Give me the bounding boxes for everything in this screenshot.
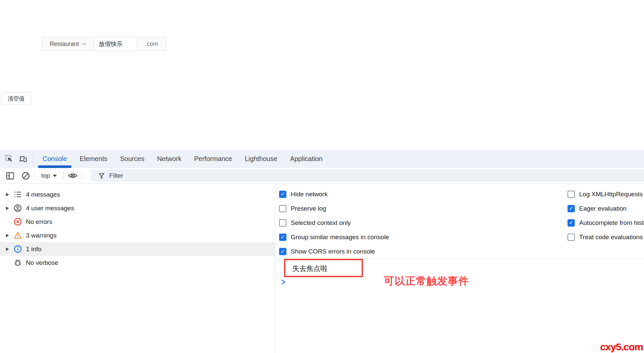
caret-down-icon [53,175,57,177]
bug-icon [14,259,22,267]
tab-network[interactable]: Network [151,150,188,168]
setting-hide-network[interactable]: Hide network [279,187,389,201]
tab-performance[interactable]: Performance [188,150,239,168]
setting-log-xhr[interactable]: Log XMLHttpRequests [567,187,644,201]
tab-lighthouse[interactable]: Lighthouse [239,150,284,168]
sidebar-item-verbose[interactable]: No verbose [0,256,275,269]
checkbox [279,191,286,198]
checkbox [279,219,286,227]
list-icon [14,190,22,199]
live-expression-eye-icon[interactable] [68,172,78,179]
setting-preserve-log[interactable]: Preserve log [279,201,389,216]
sidebar-item-label: 3 warnings [26,232,57,239]
expand-caret-icon [6,248,9,251]
checkbox [567,219,575,227]
sidebar-item-warnings[interactable]: 3 warnings [0,229,275,242]
sidebar-item-user-messages[interactable]: 4 user messages [0,201,275,215]
console-sidebar: 4 messages 4 user messages No errors [0,184,275,353]
chevron-down-icon [82,43,86,45]
tab-console[interactable]: Console [36,150,73,168]
annotation-red-box [284,259,363,277]
setting-treat-code-eval[interactable]: Treat code evaluations as user actions [567,230,644,244]
error-icon [14,218,22,226]
sidebar-item-info[interactable]: 1 info [0,242,275,256]
filter-funnel-icon [98,173,105,179]
toolbar-separator [63,172,64,180]
setting-group-similar[interactable]: Group similar messages in console [279,230,389,244]
checkbox [279,205,286,212]
sidebar-item-label: No errors [26,218,52,226]
expand-caret-icon [6,234,9,237]
inspect-element-icon[interactable] [5,155,14,163]
category-select[interactable]: Restaurant [42,37,94,51]
user-icon [14,204,22,212]
console-prompt-chevron-icon[interactable] [281,279,285,285]
filter-placeholder: Filter [109,172,123,179]
sidebar-item-errors[interactable]: No errors [0,215,275,229]
console-content: 4 messages 4 user messages No errors [0,184,644,353]
checkbox [279,248,286,255]
console-settings-left: Hide network Preserve log Selected conte… [279,187,389,259]
sidebar-item-label: 4 user messages [26,205,74,212]
console-settings-right: Log XMLHttpRequests Eager evaluation Aut… [567,187,644,244]
device-toolbar-icon[interactable] [19,155,27,163]
setting-autocomplete-history[interactable]: Autocomplete from history [567,216,644,230]
clear-console-icon[interactable] [21,171,30,180]
devtools-tabbar: Console Elements Sources Network Perform… [0,150,644,168]
context-selector[interactable]: top [41,172,57,179]
tab-application[interactable]: Application [284,150,329,168]
setting-show-cors-errors[interactable]: Show CORS errors in console [279,244,389,259]
devtools-panel: Console Elements Sources Network Perform… [0,150,644,353]
checkbox [567,234,575,241]
setting-eager-evaluation[interactable]: Eager evaluation [567,201,644,216]
toolbar-separator [35,172,35,180]
setting-selected-context-only[interactable]: Selected context only [279,216,389,230]
domain-suffix: .com [137,37,166,51]
warning-icon [14,231,22,240]
checkbox [567,191,575,198]
filter-input[interactable]: Filter [90,169,644,182]
checkbox [279,234,286,241]
expand-caret-icon [6,207,9,210]
sidebar-item-label: 1 info [26,246,41,253]
sidebar-toggle-icon[interactable] [6,171,15,180]
sidebar-item-label: 4 messages [26,191,60,198]
domain-input-group: Restaurant .com [42,37,166,51]
context-selector-value: top [41,172,50,179]
tab-sources[interactable]: Sources [114,150,151,168]
tabbar-separator [33,154,33,163]
category-select-value: Restaurant [50,41,79,48]
tab-elements[interactable]: Elements [73,150,113,168]
toolbar-separator [82,172,82,180]
sidebar-item-messages[interactable]: 4 messages [0,188,275,201]
info-icon [14,245,22,253]
console-main: Hide network Preserve log Selected conte… [275,184,644,353]
watermark: cxy5.com [600,341,643,353]
checkbox [567,205,575,212]
console-toolbar: top Filter [0,168,644,184]
sidebar-item-label: No verbose [26,259,58,266]
expand-caret-icon [6,193,9,196]
domain-input[interactable] [94,37,137,51]
clear-value-button[interactable]: 清空值 [1,92,31,105]
annotation-text: 可以正常触发事件 [384,274,469,288]
